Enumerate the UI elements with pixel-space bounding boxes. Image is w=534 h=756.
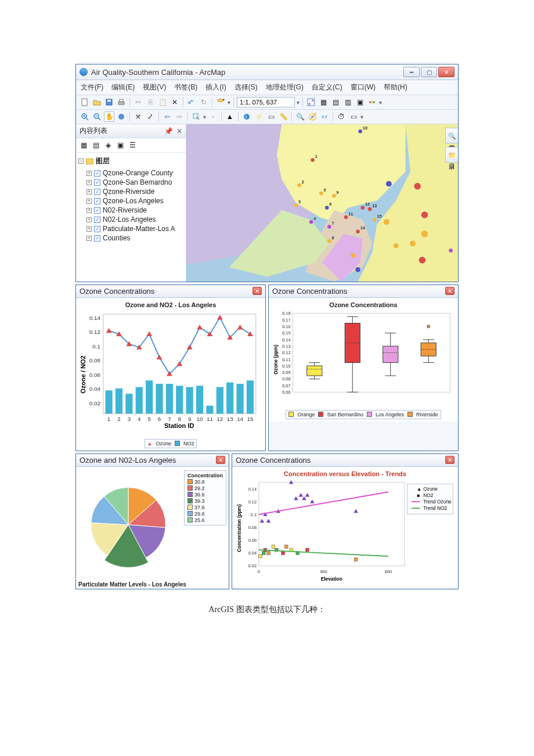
layers-root[interactable]: 图层	[96, 156, 110, 166]
menu-selection[interactable]: 选择(S)	[234, 82, 258, 92]
copy-icon[interactable]: ⎘	[145, 97, 156, 107]
checkbox-icon[interactable]: ✓	[94, 235, 100, 242]
zoom-out-icon[interactable]	[92, 111, 102, 122]
toc-title: 内容列表	[80, 126, 107, 136]
panel-close-icon[interactable]: ✕	[216, 456, 225, 464]
layer-item[interactable]: +✓Counties	[78, 233, 183, 243]
checkbox-icon[interactable]: ✓	[94, 198, 100, 204]
map-view[interactable]: 123596471112131514810 🔍搜索 📁目录	[186, 124, 458, 282]
save-icon[interactable]	[104, 97, 114, 107]
layer-item[interactable]: +✓Paticulate-Matter-Los A	[78, 224, 183, 233]
python-icon[interactable]: ▣	[355, 97, 365, 107]
close-button[interactable]: ✕	[438, 67, 454, 77]
sidetab-search[interactable]: 🔍搜索	[445, 128, 458, 143]
options-icon[interactable]: ☰	[127, 140, 138, 150]
menu-window[interactable]: 窗口(W)	[351, 82, 376, 92]
menu-edit[interactable]: 编辑(E)	[111, 82, 135, 92]
panel-close-icon[interactable]: ✕	[445, 287, 454, 295]
list-by-visibility-icon[interactable]: ◈	[103, 140, 113, 150]
list-by-drawing-order-icon[interactable]: ▦	[78, 140, 89, 150]
paste-icon[interactable]: 📋	[157, 97, 168, 107]
model-builder-icon[interactable]	[367, 97, 377, 107]
undo-icon[interactable]	[186, 97, 197, 107]
sidetab-catalog[interactable]: 📁目录	[445, 147, 458, 163]
checkbox-icon[interactable]: ✓	[94, 217, 100, 223]
svg-point-36	[309, 220, 313, 224]
cut-icon[interactable]: ✂	[133, 97, 143, 107]
svg-line-17	[98, 118, 100, 120]
forward-icon[interactable]: ⇨	[174, 111, 185, 122]
toolbox-icon[interactable]: ▦	[318, 97, 329, 107]
svg-text:0.12: 0.12	[248, 499, 257, 505]
find-route-icon[interactable]: 🧭	[307, 111, 317, 122]
checkbox-icon[interactable]: ✓	[94, 170, 100, 177]
collapse-icon[interactable]: −	[78, 159, 84, 164]
checkbox-icon[interactable]: ✓	[94, 226, 100, 232]
layer-item[interactable]: +✓Qzone-Orange County	[78, 168, 183, 178]
fixed-zoom-out-icon[interactable]: ⤦	[145, 111, 156, 122]
pan-icon[interactable]: ✋	[104, 111, 114, 122]
layer-item[interactable]: +✓N02-Riverside	[78, 206, 183, 215]
editor-toolbar-icon[interactable]	[306, 97, 316, 107]
svg-text:13: 13	[227, 416, 233, 422]
svg-text:800: 800	[385, 569, 392, 574]
zoom-in-icon[interactable]	[80, 111, 90, 122]
checkbox-icon[interactable]: ✓	[94, 189, 100, 195]
identify-icon[interactable]: i	[241, 111, 252, 122]
fixed-zoom-in-icon[interactable]: ⤧	[133, 111, 143, 122]
new-icon[interactable]	[80, 97, 90, 107]
html-popup-icon[interactable]: ▭	[266, 111, 276, 122]
layer-item[interactable]: +✓Qzone-San Bemardno	[78, 178, 183, 187]
menu-view[interactable]: 视图(V)	[143, 82, 166, 92]
add-data-icon[interactable]: +	[215, 97, 226, 107]
list-by-source-icon[interactable]: ▤	[91, 140, 101, 150]
catalog-icon[interactable]: ▤	[330, 97, 341, 107]
menu-bookmarks[interactable]: 书签(B)	[174, 82, 197, 92]
svg-text:0.02: 0.02	[89, 400, 100, 406]
close-toc-icon[interactable]: ✕	[176, 127, 182, 135]
maximize-button[interactable]: ▢	[421, 67, 437, 77]
menu-geoprocessing[interactable]: 地理处理(G)	[266, 82, 304, 92]
select-elements-icon[interactable]: ▲	[225, 111, 235, 122]
map-canvas[interactable]: 123596471112131514810	[186, 124, 458, 282]
open-icon[interactable]	[92, 97, 102, 107]
checkbox-icon[interactable]: ✓	[94, 207, 100, 214]
layer-item[interactable]: +✓Qzone-Riverside	[78, 187, 183, 196]
redo-icon[interactable]: ↻	[199, 97, 209, 107]
svg-point-55	[355, 267, 360, 272]
menu-help[interactable]: 帮助(H)	[384, 82, 407, 92]
svg-rect-76	[136, 387, 143, 414]
panel-close-icon[interactable]: ✕	[252, 287, 262, 295]
pin-icon[interactable]: 📌	[164, 127, 173, 135]
list-by-selection-icon[interactable]: ▣	[115, 140, 125, 150]
panel-ozone-line: Ozone Concentrations✕ Ozone and NO2 - Lo…	[75, 285, 266, 451]
time-slider-icon[interactable]: ⏱	[336, 111, 347, 122]
menu-file[interactable]: 文件(F)	[81, 82, 103, 92]
print-icon[interactable]	[116, 97, 127, 107]
goto-xy-icon[interactable]: XY	[319, 111, 330, 122]
checkbox-icon[interactable]: ✓	[94, 179, 100, 186]
map-scale-input[interactable]	[237, 97, 295, 107]
svg-rect-78	[156, 384, 163, 413]
delete-icon[interactable]: ✕	[169, 97, 180, 107]
svg-rect-75	[125, 394, 132, 413]
svg-text:■: ■	[417, 492, 420, 498]
hyperlink-icon[interactable]: ⚡	[254, 111, 264, 122]
layer-item[interactable]: +✓Qzone-Los Angeles	[78, 196, 183, 206]
measure-icon[interactable]: 📏	[278, 111, 288, 122]
menu-customize[interactable]: 自定义(C)	[312, 82, 342, 92]
menu-insert[interactable]: 插入(I)	[205, 82, 226, 92]
panel-close-icon[interactable]: ✕	[445, 456, 454, 464]
find-icon[interactable]: 🔍	[295, 111, 305, 122]
layer-item[interactable]: +✓N02-Los Angeles	[78, 215, 183, 224]
full-extent-icon[interactable]	[116, 111, 127, 122]
minimize-button[interactable]: ━	[403, 67, 420, 77]
select-features-icon[interactable]	[191, 111, 201, 122]
back-icon[interactable]: ⇦	[162, 111, 172, 122]
search-window-icon[interactable]: ▥	[342, 97, 353, 107]
clear-selection-icon[interactable]: ▫	[208, 111, 218, 122]
create-viewer-icon[interactable]: ▭	[348, 111, 359, 122]
svg-text:14: 14	[237, 416, 243, 422]
chart-title: Concentration versus Elevation - Trends	[234, 470, 456, 477]
panel-title: Ozone Concentrations	[236, 456, 311, 465]
